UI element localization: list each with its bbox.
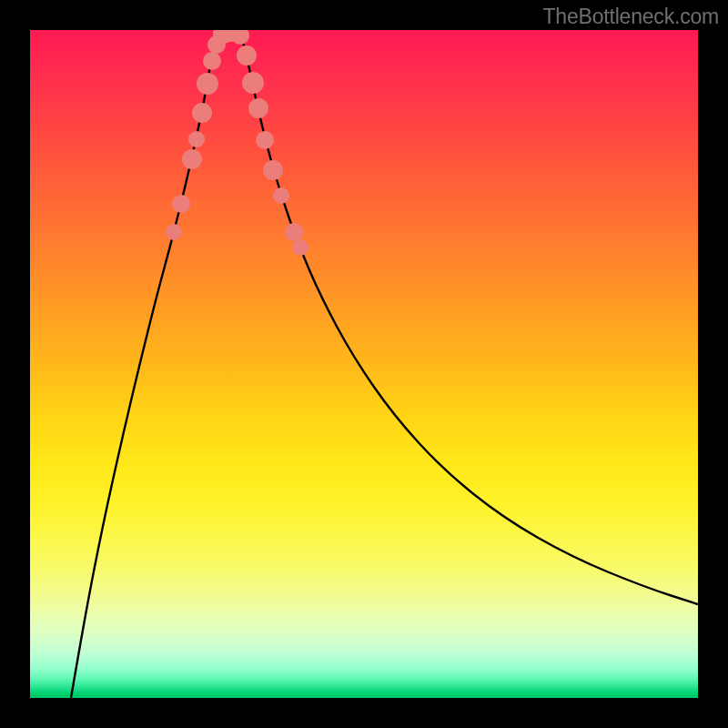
chart-frame: TheBottleneck.com	[0, 0, 728, 728]
marker-right-1	[237, 46, 257, 66]
marker-right-2	[242, 72, 264, 94]
marker-right-0	[231, 30, 249, 45]
marker-left-3	[188, 131, 205, 147]
marker-right-3	[248, 98, 268, 118]
plot-area	[30, 30, 698, 698]
marker-right-4	[256, 131, 274, 149]
marker-right-5	[263, 160, 283, 180]
left-branch-curve	[71, 31, 221, 698]
marker-left-2	[182, 149, 202, 169]
right-branch-curve	[239, 31, 698, 604]
marker-left-5	[197, 73, 218, 95]
marker-left-4	[192, 103, 212, 123]
marker-right-8	[292, 239, 308, 256]
chart-curves	[30, 30, 698, 698]
marker-left-6	[203, 52, 221, 70]
data-markers	[166, 30, 308, 256]
marker-right-7	[285, 223, 303, 241]
marker-right-6	[273, 187, 289, 204]
marker-left-0	[166, 224, 182, 240]
marker-left-1	[172, 195, 190, 213]
watermark-text: TheBottleneck.com	[543, 5, 719, 29]
